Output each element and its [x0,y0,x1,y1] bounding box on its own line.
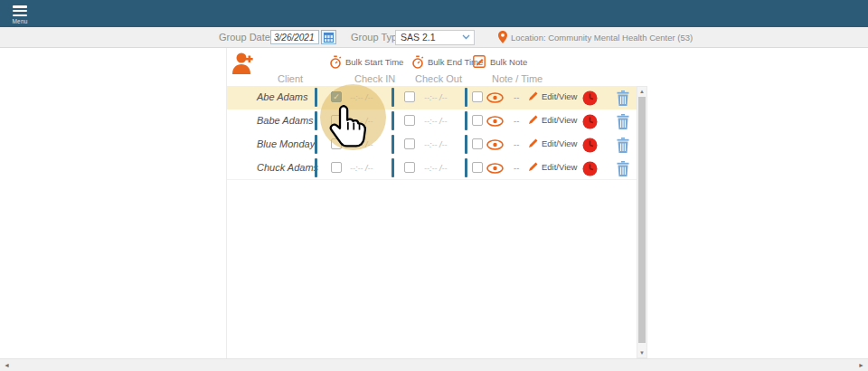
delete-trash-icon[interactable] [617,114,629,129]
check-out-checkbox[interactable] [404,115,415,126]
scroll-right-arrow[interactable]: ► [858,361,864,370]
vertical-scrollbar-thumb[interactable] [638,97,646,343]
client-rows: Abe Adams ✓ --:-- /-- --:-- /-- -- Edit/… [227,86,637,180]
add-client-button[interactable] [231,51,258,75]
check-out-time: --:-- /-- [424,140,447,149]
column-header-note-time: Note / Time [492,73,542,84]
stopwatch-icon [329,55,342,69]
check-out-time: --:-- /-- [424,117,447,126]
location-text: Location: Community Mental Health Center… [511,27,693,48]
top-navigation-bar: Menu [0,0,868,27]
client-name: Abe Adams [257,91,307,102]
edit-view-label: Edit/View [542,115,577,125]
note-time-placeholder: -- [514,92,519,102]
calendar-button[interactable] [321,30,336,44]
group-date-label: Group Date: [219,27,273,48]
column-divider [465,158,467,177]
view-note-eye-icon[interactable] [486,116,504,127]
attendance-panel: Bulk Start Time Bulk End Time Bulk Note … [226,48,647,358]
check-in-checkbox[interactable] [331,115,342,126]
edit-view-label: Edit/View [542,138,577,148]
delete-trash-icon[interactable] [617,138,629,153]
group-toolbar: Group Date: Group Type: SAS 2.1 Location… [0,27,868,48]
menu-button-label: Menu [4,18,36,24]
calendar-icon [324,33,334,43]
note-checkbox[interactable] [472,115,483,126]
group-type-value: SAS 2.1 [401,31,436,44]
menu-button[interactable]: Menu [4,1,36,26]
column-header-client: Client [278,73,303,84]
column-divider [315,158,317,177]
column-divider [465,111,467,130]
scroll-left-arrow[interactable]: ◄ [4,361,10,370]
column-divider [315,111,317,130]
add-person-icon [231,51,258,75]
check-out-checkbox[interactable] [404,162,415,173]
check-out-time: --:-- /-- [424,164,447,173]
check-in-checkbox[interactable] [331,162,342,173]
column-divider [392,135,394,154]
table-row: Blue Monday --:-- /-- --:-- /-- -- Edit/… [227,133,637,157]
client-name: Blue Monday [257,138,315,149]
note-checkbox[interactable] [472,162,483,173]
view-note-eye-icon[interactable] [486,139,504,150]
group-date-input[interactable] [270,30,319,44]
note-time-placeholder: -- [514,116,519,126]
check-in-checkbox[interactable] [331,138,342,149]
view-note-eye-icon[interactable] [486,92,504,103]
edit-view-button[interactable]: Edit/View [528,114,577,125]
horizontal-scrollbar[interactable]: ◄ ► [0,358,868,371]
column-divider [315,88,317,107]
check-in-time: --:-- /-- [350,117,373,126]
scroll-up-arrow[interactable]: ▲ [637,87,646,96]
edit-view-button[interactable]: Edit/View [528,161,577,172]
check-in-time: --:-- /-- [350,140,373,149]
bulk-note-label: Bulk Note [490,57,527,67]
edit-view-button[interactable]: Edit/View [528,138,577,148]
time-alert-clock-icon[interactable] [582,161,598,176]
table-row: Babe Adams --:-- /-- --:-- /-- -- Edit/V… [227,109,637,133]
note-time-placeholder: -- [514,139,519,149]
time-alert-clock-icon[interactable] [582,90,598,106]
check-out-checkbox[interactable] [404,91,415,102]
time-alert-clock-icon[interactable] [582,114,598,129]
note-checkbox[interactable] [472,138,483,149]
check-in-checkbox[interactable]: ✓ [331,91,342,102]
bulk-start-time-label: Bulk Start Time [345,57,403,67]
bulk-start-time-button[interactable]: Bulk Start Time [329,54,403,69]
edit-view-label: Edit/View [542,162,577,172]
column-divider [465,135,467,154]
column-divider [392,111,394,130]
time-alert-clock-icon[interactable] [582,138,598,153]
check-out-checkbox[interactable] [404,138,415,149]
hamburger-icon [13,5,27,17]
note-time-placeholder: -- [514,163,519,173]
pencil-icon [528,138,539,148]
client-name: Chuck Adams [257,162,318,173]
vertical-scrollbar[interactable]: ▲ ▼ [637,86,647,358]
pencil-icon [528,161,539,172]
group-type-select[interactable]: SAS 2.1 [395,30,475,45]
edit-view-button[interactable]: Edit/View [528,90,577,101]
column-divider [392,158,394,177]
column-divider [465,88,467,107]
table-row: Chuck Adams --:-- /-- --:-- /-- -- Edit/… [227,157,637,180]
edit-view-label: Edit/View [542,91,577,101]
delete-trash-icon[interactable] [617,161,629,176]
pencil-icon [528,114,539,125]
note-edit-icon [473,55,486,68]
delete-trash-icon[interactable] [617,90,629,106]
column-header-check-in: Check IN [354,73,395,84]
location-pin-icon [498,31,507,43]
check-out-time: --:-- /-- [424,93,447,102]
stopwatch-icon [411,55,424,69]
scroll-down-arrow[interactable]: ▼ [637,348,646,357]
chevron-down-icon [462,33,470,41]
note-checkbox[interactable] [472,91,483,102]
pencil-icon [528,90,539,101]
check-in-time: --:-- /-- [350,93,373,102]
column-header-check-out: Check Out [415,73,462,84]
bulk-note-button[interactable]: Bulk Note [473,54,527,69]
client-name: Babe Adams [257,115,314,126]
view-note-eye-icon[interactable] [486,163,504,174]
